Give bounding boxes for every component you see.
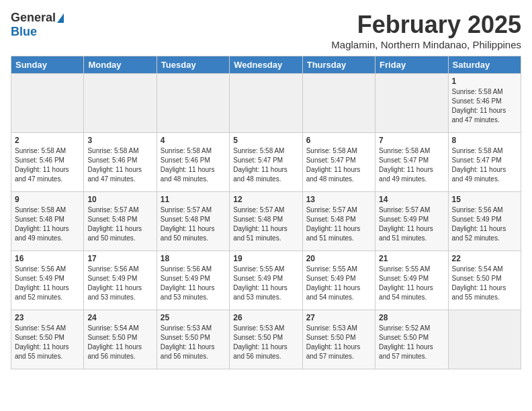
- day-info: Sunrise: 5:54 AM Sunset: 5:50 PM Dayligh…: [87, 324, 152, 361]
- calendar-cell: 10Sunrise: 5:57 AM Sunset: 5:48 PM Dayli…: [84, 192, 157, 251]
- day-info: Sunrise: 5:57 AM Sunset: 5:48 PM Dayligh…: [233, 205, 298, 243]
- calendar-cell: 24Sunrise: 5:54 AM Sunset: 5:50 PM Dayli…: [84, 310, 157, 369]
- day-info: Sunrise: 5:55 AM Sunset: 5:49 PM Dayligh…: [379, 265, 444, 302]
- day-info: Sunrise: 5:53 AM Sunset: 5:50 PM Dayligh…: [233, 324, 298, 361]
- day-number: 21: [379, 254, 444, 263]
- col-header-tuesday: Tuesday: [157, 56, 229, 74]
- day-info: Sunrise: 5:58 AM Sunset: 5:47 PM Dayligh…: [379, 146, 444, 184]
- day-number: 15: [452, 195, 517, 204]
- calendar-cell: 13Sunrise: 5:57 AM Sunset: 5:48 PM Dayli…: [302, 192, 375, 251]
- day-number: 13: [306, 195, 371, 204]
- col-header-sunday: Sunday: [11, 56, 84, 74]
- calendar-cell: 8Sunrise: 5:58 AM Sunset: 5:47 PM Daylig…: [448, 133, 521, 192]
- day-info: Sunrise: 5:54 AM Sunset: 5:50 PM Dayligh…: [452, 265, 517, 302]
- logo-triangle-icon: [57, 13, 64, 23]
- day-info: Sunrise: 5:56 AM Sunset: 5:49 PM Dayligh…: [452, 205, 517, 243]
- day-info: Sunrise: 5:56 AM Sunset: 5:49 PM Dayligh…: [87, 265, 152, 302]
- day-info: Sunrise: 5:55 AM Sunset: 5:49 PM Dayligh…: [306, 265, 371, 302]
- day-info: Sunrise: 5:58 AM Sunset: 5:46 PM Dayligh…: [452, 87, 517, 125]
- calendar-cell: 16Sunrise: 5:56 AM Sunset: 5:49 PM Dayli…: [11, 251, 84, 310]
- day-number: 2: [15, 136, 80, 145]
- day-number: 4: [161, 136, 226, 145]
- day-info: Sunrise: 5:58 AM Sunset: 5:47 PM Dayligh…: [233, 146, 298, 184]
- day-info: Sunrise: 5:57 AM Sunset: 5:48 PM Dayligh…: [306, 205, 371, 243]
- calendar-cell: 14Sunrise: 5:57 AM Sunset: 5:49 PM Dayli…: [375, 192, 448, 251]
- calendar-cell: 12Sunrise: 5:57 AM Sunset: 5:48 PM Dayli…: [230, 192, 302, 251]
- logo: General Blue: [11, 11, 64, 39]
- calendar-cell: 15Sunrise: 5:56 AM Sunset: 5:49 PM Dayli…: [448, 192, 521, 251]
- col-header-friday: Friday: [375, 56, 448, 74]
- day-number: 11: [161, 195, 226, 204]
- day-info: Sunrise: 5:58 AM Sunset: 5:48 PM Dayligh…: [15, 205, 80, 243]
- day-info: Sunrise: 5:58 AM Sunset: 5:47 PM Dayligh…: [452, 146, 517, 184]
- day-info: Sunrise: 5:57 AM Sunset: 5:49 PM Dayligh…: [379, 205, 444, 243]
- day-number: 18: [161, 254, 226, 263]
- day-number: 14: [379, 195, 444, 204]
- day-number: 17: [87, 254, 152, 263]
- page-header: General Blue February 2025 Maglamin, Nor…: [11, 11, 521, 50]
- calendar-cell: 27Sunrise: 5:53 AM Sunset: 5:50 PM Dayli…: [302, 310, 375, 369]
- day-number: 24: [87, 313, 152, 322]
- day-number: 7: [379, 136, 444, 145]
- day-number: 9: [15, 195, 80, 204]
- calendar-cell: 2Sunrise: 5:58 AM Sunset: 5:46 PM Daylig…: [11, 133, 84, 192]
- day-info: Sunrise: 5:57 AM Sunset: 5:48 PM Dayligh…: [161, 205, 226, 243]
- col-header-monday: Monday: [84, 56, 157, 74]
- calendar-cell: [230, 74, 302, 133]
- day-number: 10: [87, 195, 152, 204]
- day-number: 28: [379, 313, 444, 322]
- calendar-table: SundayMondayTuesdayWednesdayThursdayFrid…: [11, 56, 521, 369]
- calendar-cell: 26Sunrise: 5:53 AM Sunset: 5:50 PM Dayli…: [230, 310, 302, 369]
- day-number: 22: [452, 254, 517, 263]
- calendar-cell: 28Sunrise: 5:52 AM Sunset: 5:50 PM Dayli…: [375, 310, 448, 369]
- calendar-cell: [375, 74, 448, 133]
- calendar-cell: 6Sunrise: 5:58 AM Sunset: 5:47 PM Daylig…: [302, 133, 375, 192]
- day-number: 19: [233, 254, 298, 263]
- day-info: Sunrise: 5:52 AM Sunset: 5:50 PM Dayligh…: [379, 324, 444, 361]
- calendar-cell: [84, 74, 157, 133]
- col-header-saturday: Saturday: [448, 56, 521, 74]
- day-number: 1: [452, 77, 517, 86]
- calendar-cell: 18Sunrise: 5:56 AM Sunset: 5:49 PM Dayli…: [157, 251, 229, 310]
- calendar-cell: [448, 310, 521, 369]
- calendar-cell: [11, 74, 84, 133]
- day-info: Sunrise: 5:53 AM Sunset: 5:50 PM Dayligh…: [161, 324, 226, 361]
- day-number: 20: [306, 254, 371, 263]
- calendar-cell: [157, 74, 229, 133]
- day-info: Sunrise: 5:58 AM Sunset: 5:46 PM Dayligh…: [87, 146, 152, 184]
- col-header-wednesday: Wednesday: [230, 56, 302, 74]
- calendar-cell: 1Sunrise: 5:58 AM Sunset: 5:46 PM Daylig…: [448, 74, 521, 133]
- calendar-cell: 20Sunrise: 5:55 AM Sunset: 5:49 PM Dayli…: [302, 251, 375, 310]
- day-info: Sunrise: 5:58 AM Sunset: 5:46 PM Dayligh…: [15, 146, 80, 184]
- day-info: Sunrise: 5:56 AM Sunset: 5:49 PM Dayligh…: [161, 265, 226, 302]
- day-info: Sunrise: 5:58 AM Sunset: 5:46 PM Dayligh…: [161, 146, 226, 184]
- title-block: February 2025 Maglamin, Northern Mindana…: [331, 11, 521, 50]
- calendar-cell: 22Sunrise: 5:54 AM Sunset: 5:50 PM Dayli…: [448, 251, 521, 310]
- calendar-cell: 9Sunrise: 5:58 AM Sunset: 5:48 PM Daylig…: [11, 192, 84, 251]
- day-number: 5: [233, 136, 298, 145]
- day-info: Sunrise: 5:58 AM Sunset: 5:47 PM Dayligh…: [306, 146, 371, 184]
- calendar-cell: 3Sunrise: 5:58 AM Sunset: 5:46 PM Daylig…: [84, 133, 157, 192]
- calendar-cell: 21Sunrise: 5:55 AM Sunset: 5:49 PM Dayli…: [375, 251, 448, 310]
- location-subtitle: Maglamin, Northern Mindanao, Philippines: [331, 39, 521, 50]
- calendar-cell: 4Sunrise: 5:58 AM Sunset: 5:46 PM Daylig…: [157, 133, 229, 192]
- calendar-cell: 23Sunrise: 5:54 AM Sunset: 5:50 PM Dayli…: [11, 310, 84, 369]
- col-header-thursday: Thursday: [302, 56, 375, 74]
- day-number: 12: [233, 195, 298, 204]
- day-info: Sunrise: 5:55 AM Sunset: 5:49 PM Dayligh…: [233, 265, 298, 302]
- logo-blue: Blue: [11, 25, 37, 39]
- day-number: 27: [306, 313, 371, 322]
- day-info: Sunrise: 5:53 AM Sunset: 5:50 PM Dayligh…: [306, 324, 371, 361]
- day-number: 16: [15, 254, 80, 263]
- day-info: Sunrise: 5:57 AM Sunset: 5:48 PM Dayligh…: [87, 205, 152, 243]
- calendar-cell: [302, 74, 375, 133]
- day-number: 8: [452, 136, 517, 145]
- calendar-cell: 19Sunrise: 5:55 AM Sunset: 5:49 PM Dayli…: [230, 251, 302, 310]
- day-info: Sunrise: 5:56 AM Sunset: 5:49 PM Dayligh…: [15, 265, 80, 302]
- day-number: 6: [306, 136, 371, 145]
- day-number: 25: [161, 313, 226, 322]
- day-number: 23: [15, 313, 80, 322]
- logo-general: General: [11, 11, 56, 25]
- calendar-cell: 11Sunrise: 5:57 AM Sunset: 5:48 PM Dayli…: [157, 192, 229, 251]
- day-info: Sunrise: 5:54 AM Sunset: 5:50 PM Dayligh…: [15, 324, 80, 361]
